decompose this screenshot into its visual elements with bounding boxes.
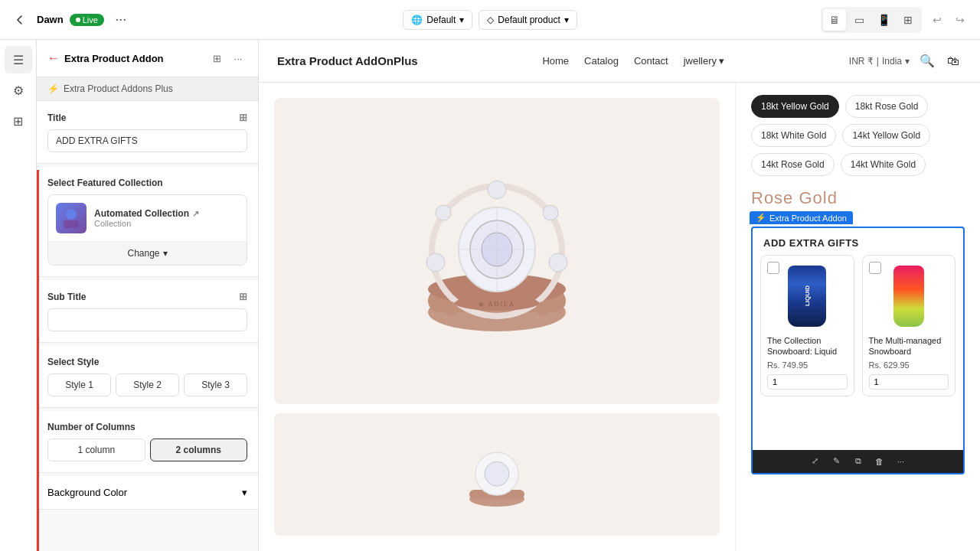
addon-product-name-0: The Collection Snowboard: Liquid: [767, 335, 848, 357]
collection-info: Automated Collection ↗ Collection: [94, 208, 239, 228]
top-bar-right: 🖥 ▭ 📱 ⊞ ↩ ↪: [585, 7, 971, 33]
change-collection-button[interactable]: Change ▾: [48, 242, 247, 265]
back-button[interactable]: [9, 9, 31, 31]
nav-jwellery[interactable]: jwellery ▾: [684, 55, 724, 67]
gold-options: 18kt Yellow Gold 18kt Rose Gold 18kt Whi…: [751, 95, 965, 176]
desktop-button[interactable]: 🖥: [823, 9, 846, 31]
top-bar-center: 🌐 Default ▾ ◇ Default product ▾: [403, 10, 577, 30]
addon-product-price-1: Rs. 629.95: [869, 360, 949, 370]
gold-option-5[interactable]: 14kt White Gold: [841, 153, 926, 176]
addon-ctrl-move[interactable]: ⤢: [807, 453, 824, 470]
svg-point-12: [436, 205, 451, 220]
background-color-label: Background Color: [47, 487, 127, 498]
sidebar-icon-sections[interactable]: ☰: [5, 46, 32, 73]
diamond-icon: ◇: [487, 15, 494, 25]
svg-point-11: [426, 253, 445, 272]
back-panel-icon[interactable]: ←: [47, 51, 60, 65]
subtitle-db-icon[interactable]: ⊞: [239, 291, 247, 302]
cart-icon[interactable]: 🛍: [945, 53, 962, 70]
addon-checkbox-1[interactable]: [869, 262, 881, 274]
fade-gradient: [753, 404, 963, 450]
panel-header-icons: ⊞ ···: [207, 49, 247, 67]
addon-ctrl-more[interactable]: ···: [893, 453, 910, 470]
subtitle-label: Sub Title ⊞: [47, 291, 247, 302]
nav-chevron-icon: ▾: [719, 55, 724, 67]
store-nav: Extra Product AddOnPlus Home Catalog Con…: [259, 40, 980, 83]
addon-product-name-1: The Multi-managed Snowboard: [869, 335, 949, 357]
preview-area: Extra Product AddOnPlus Home Catalog Con…: [259, 40, 980, 551]
gold-option-0[interactable]: 18kt Yellow Gold: [751, 95, 839, 118]
search-icon[interactable]: 🔍: [919, 53, 936, 70]
gold-option-3[interactable]: 14kt Yellow Gold: [842, 124, 930, 147]
title-input[interactable]: [47, 129, 247, 152]
panel-more-icon[interactable]: ···: [229, 49, 247, 67]
addon-qty-input-1[interactable]: [869, 374, 949, 390]
undo-button[interactable]: ↩: [926, 9, 948, 31]
product-info-panel: 18kt Yellow Gold 18kt Rose Gold 18kt Whi…: [735, 83, 980, 551]
addon-products-grid: LIQUID The Collection Snowboard: Liquid …: [753, 255, 963, 404]
collection-thumbnail: [56, 203, 87, 233]
live-badge: Live: [70, 14, 104, 26]
style-1-button[interactable]: Style 1: [47, 373, 111, 396]
collection-name: Automated Collection ↗: [94, 208, 239, 219]
panel-db-icon[interactable]: ⊞: [207, 49, 226, 67]
gold-option-4[interactable]: 14kt Rose Gold: [751, 153, 835, 176]
external-link-icon[interactable]: ↗: [192, 209, 199, 219]
svg-point-7: [543, 205, 558, 220]
preview-frame: Extra Product AddOnPlus Home Catalog Con…: [259, 40, 980, 551]
more-options-button[interactable]: ···: [110, 9, 132, 31]
title-section: Title ⊞: [37, 101, 258, 164]
addon-product-card-0: LIQUID The Collection Snowboard: Liquid …: [760, 255, 854, 396]
nav-catalog[interactable]: Catalog: [584, 55, 619, 67]
extra-addon-label: ⚡ Extra Product Addon: [750, 211, 853, 224]
panel-header-left: ← Extra Product Addon: [47, 51, 164, 65]
product-page: ⊕ ADILA: [259, 83, 980, 551]
product-dropdown[interactable]: ◇ Default product ▾: [479, 10, 577, 30]
theme-dropdown[interactable]: 🌐 Default ▾: [403, 10, 472, 30]
one-column-button[interactable]: 1 column: [47, 439, 145, 461]
columns-section: Number of Columns 1 column 2 columns: [37, 411, 258, 473]
ring-svg: ⊕ ADILA: [382, 136, 612, 366]
title-section-label: Title ⊞: [47, 112, 247, 123]
nav-home[interactable]: Home: [542, 55, 569, 67]
chevron-down-icon: ▾: [163, 248, 168, 259]
style-label: Select Style: [47, 357, 247, 367]
sub-panel-icon: ⚡: [47, 83, 59, 94]
second-ring-svg: [451, 429, 543, 520]
sidebar-icon-apps[interactable]: ⊞: [5, 107, 32, 135]
globe-icon: 🌐: [411, 15, 423, 25]
redo-button[interactable]: ↪: [949, 9, 971, 31]
currency-chevron-icon: ▾: [905, 56, 910, 67]
gold-option-1[interactable]: 18kt Rose Gold: [845, 95, 929, 118]
two-columns-button[interactable]: 2 columns: [150, 439, 248, 461]
addon-ctrl-edit[interactable]: ✎: [828, 453, 845, 470]
sidebar-icon-settings[interactable]: ⚙: [5, 77, 32, 104]
custom-size-button[interactable]: ⊞: [897, 9, 920, 31]
nav-contact[interactable]: Contact: [634, 55, 668, 67]
svg-text:⊕ ADILA: ⊕ ADILA: [479, 301, 514, 308]
expand-icon[interactable]: ▾: [242, 487, 247, 498]
style-3-button[interactable]: Style 3: [184, 373, 247, 396]
addon-ctrl-copy[interactable]: ⧉: [850, 453, 867, 470]
collection-section: Select Featured Collection Automated Col…: [37, 167, 258, 277]
style-2-button[interactable]: Style 2: [116, 373, 179, 396]
top-bar-left: Dawn Live ···: [9, 9, 395, 31]
addon-checkbox-0[interactable]: [767, 262, 779, 274]
tablet-button[interactable]: ▭: [848, 9, 871, 31]
svg-point-8: [549, 253, 567, 272]
sub-panel-header: ⚡ Extra Product Addons Plus: [37, 77, 258, 101]
svg-point-23: [485, 461, 509, 486]
title-db-icon[interactable]: ⊞: [239, 112, 247, 123]
addon-ctrl-delete[interactable]: 🗑: [871, 453, 888, 470]
rose-gold-label: Rose Gold: [751, 188, 965, 208]
subtitle-section: Sub Title ⊞: [37, 280, 258, 343]
gold-option-2[interactable]: 18kt White Gold: [751, 124, 836, 147]
subtitle-input[interactable]: [47, 308, 247, 331]
live-dot: [76, 18, 80, 22]
currency-selector[interactable]: INR ₹ | India ▾: [849, 56, 910, 67]
collection-picker: Automated Collection ↗ Collection Change…: [47, 194, 247, 266]
product-images: ⊕ ADILA: [259, 83, 735, 551]
mobile-button[interactable]: 📱: [872, 9, 895, 31]
addon-qty-input-0[interactable]: [767, 374, 848, 390]
style-section: Select Style Style 1 Style 2 Style 3: [37, 346, 258, 408]
